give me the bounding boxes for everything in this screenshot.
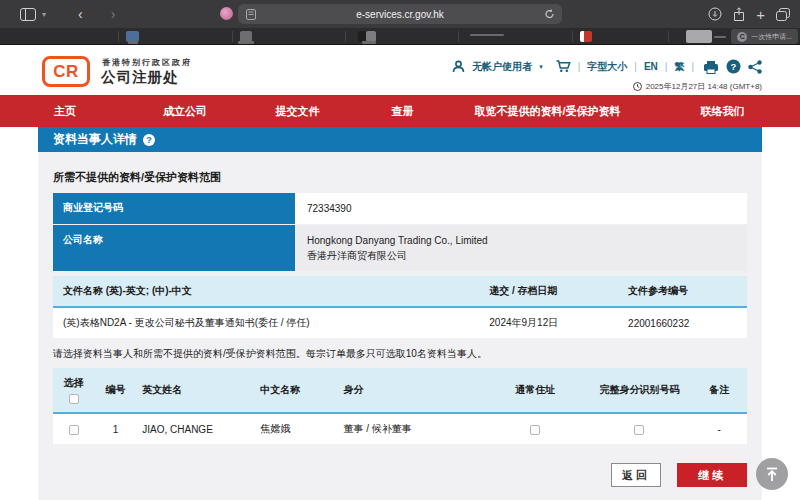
- page-icon: [246, 9, 256, 20]
- back-button-icon[interactable]: ‹: [78, 7, 83, 21]
- department-name: 公司注册处: [101, 68, 179, 87]
- doc-name-cell: (英)表格ND2A - 更改公司秘书及董事通知书(委任 / 停任): [53, 307, 483, 338]
- tab-favicon[interactable]: [580, 31, 592, 42]
- table-row: 商业登记号码 72334390: [53, 193, 747, 225]
- sidebar-toggle-icon[interactable]: [20, 8, 36, 21]
- table-row: (英)表格ND2A - 更改公司秘书及董事通知书(委任 / 停任) 2024年9…: [53, 307, 747, 338]
- row-select-checkbox[interactable]: [69, 425, 79, 435]
- font-size-link[interactable]: 字型大小: [587, 60, 627, 74]
- select-header-label: 选择: [64, 376, 84, 390]
- doc-ref-cell: 22001660232: [622, 307, 747, 338]
- select-all-checkbox[interactable]: [69, 394, 79, 404]
- new-tab-icon[interactable]: +: [756, 6, 765, 23]
- browser-toolbar: ▾ ‹ › e-services.cr.gov.hk +: [0, 0, 800, 28]
- chinese-name-cell: 焦嫦娥: [254, 413, 337, 444]
- browser-tab-strip: C 一次性申请...: [0, 28, 800, 45]
- data-subject-table: 选择 编号 英文姓名 中文名称 身分 通常住址 完整身分识别号码 备注 1 JI…: [53, 368, 747, 444]
- id-number-checkbox[interactable]: [634, 425, 644, 435]
- page-help-icon[interactable]: ?: [143, 134, 155, 146]
- brn-value: 72334390: [295, 193, 747, 224]
- select-header: 选择: [53, 368, 95, 413]
- instruction-text: 请选择资料当事人和所需不提供的资料/受保护资料范围。每宗订单最多只可选取10名资…: [53, 347, 487, 361]
- company-info-table: 商业登记号码 72334390 公司名称 Hongkong Danyang Tr…: [53, 193, 747, 272]
- capacity-header: 身分: [337, 368, 483, 413]
- chinese-name-header: 中文名称: [254, 368, 337, 413]
- timestamp: 2025年12月27日 14:48 (GMT+8): [633, 81, 762, 92]
- doc-date-header: 递交 / 存档日期: [483, 276, 622, 307]
- company-name-zh: 香港丹洋商贸有限公司: [307, 248, 735, 263]
- lang-zh-link[interactable]: 繁: [674, 60, 684, 74]
- cr-logo[interactable]: CR: [42, 56, 90, 87]
- company-name-value: Hongkong Danyang Trading Co., Limited 香港…: [295, 225, 747, 271]
- document-table: 文件名称 (英)-英文; (中)-中文 递交 / 存档日期 文件参考编号 (英)…: [53, 276, 747, 338]
- site-header: CR 香港特别行政区政府 公司注册处 无帐户使用者 ▾ | 字型大小 | EN …: [0, 45, 800, 95]
- user-icon: [452, 60, 465, 73]
- share-page-icon[interactable]: [748, 60, 762, 74]
- remarks-header: 备注: [691, 368, 747, 413]
- company-name-en: Hongkong Danyang Trading Co., Limited: [307, 233, 735, 248]
- continue-button[interactable]: 继续: [677, 463, 747, 487]
- id-number-header: 完整身分识别号码: [587, 368, 691, 413]
- address-header: 通常住址: [483, 368, 587, 413]
- print-icon[interactable]: [703, 60, 719, 74]
- english-name-cell: JIAO, CHANGE: [136, 413, 254, 444]
- row-number-cell: 1: [95, 413, 137, 444]
- doc-name-header: 文件名称 (英)-英文; (中)-中文: [53, 276, 483, 307]
- pinned-tab[interactable]: C 一次性申请...: [731, 29, 798, 44]
- government-line: 香港特别行政区政府: [102, 57, 192, 68]
- address-bar[interactable]: e-services.cr.gov.hk: [238, 4, 562, 24]
- nav-protected-info[interactable]: 取览不提供的资料/受保护资料: [450, 104, 645, 119]
- page-title: 资料当事人详情: [53, 131, 137, 148]
- nav-home[interactable]: 主页: [0, 104, 130, 119]
- section-heading: 所需不提供的资料/受保护资料范围: [53, 170, 221, 185]
- scroll-to-top-button[interactable]: [756, 458, 788, 490]
- user-menu-caret-icon[interactable]: ▾: [539, 63, 543, 71]
- share-icon[interactable]: [733, 7, 745, 21]
- downloads-icon[interactable]: [708, 7, 722, 21]
- back-button[interactable]: 返回: [611, 463, 661, 487]
- doc-ref-header: 文件参考编号: [622, 276, 747, 307]
- lang-en-link[interactable]: EN: [644, 61, 658, 72]
- clock-icon: [633, 82, 642, 91]
- url-text: e-services.cr.gov.hk: [356, 9, 444, 20]
- table-row: 1 JIAO, CHANGE 焦嫦娥 董事 / 候补董事 -: [53, 413, 747, 444]
- number-header: 编号: [95, 368, 137, 413]
- nav-incorporation[interactable]: 成立公司: [130, 104, 240, 119]
- table-header-row: 选择 编号 英文姓名 中文名称 身分 通常住址 完整身分识别号码 备注: [53, 368, 747, 413]
- reload-icon[interactable]: [544, 8, 555, 20]
- timestamp-text: 2025年12月27日 14:48 (GMT+8): [646, 81, 762, 92]
- pinned-tab-label: 一次性申请...: [751, 32, 792, 42]
- tab-overview-icon[interactable]: [776, 8, 790, 21]
- page-title-bar: 资料当事人详情 ?: [38, 127, 762, 152]
- nav-search[interactable]: 查册: [355, 104, 450, 119]
- help-icon[interactable]: ?: [726, 59, 741, 74]
- extension-icon[interactable]: [220, 7, 233, 20]
- svg-text:?: ?: [731, 61, 737, 72]
- table-header-row: 文件名称 (英)-英文; (中)-中文 递交 / 存档日期 文件参考编号: [53, 276, 747, 307]
- sidebar-chevron-icon[interactable]: ▾: [42, 10, 46, 19]
- user-menu[interactable]: 无帐户使用者: [472, 60, 532, 74]
- brn-label: 商业登记号码: [53, 193, 295, 224]
- forward-button-icon[interactable]: ›: [111, 7, 116, 21]
- table-row: 公司名称 Hongkong Danyang Trading Co., Limit…: [53, 225, 747, 272]
- nav-contact[interactable]: 联络我们: [645, 104, 800, 119]
- company-name-label: 公司名称: [53, 225, 295, 271]
- pinned-tab-favicon: C: [737, 32, 747, 42]
- doc-date-cell: 2024年9月12日: [483, 307, 622, 338]
- main-nav: 主页 成立公司 提交文件 查册 取览不提供的资料/受保护资料 联络我们: [0, 95, 800, 127]
- address-checkbox[interactable]: [530, 425, 540, 435]
- tab-favicon[interactable]: [686, 30, 712, 43]
- remarks-cell: -: [691, 413, 747, 444]
- cart-icon[interactable]: [556, 60, 571, 73]
- capacity-cell: 董事 / 候补董事: [337, 413, 483, 444]
- english-name-header: 英文姓名: [136, 368, 254, 413]
- nav-filing[interactable]: 提交文件: [240, 104, 355, 119]
- content-panel: 资料当事人详情 ? 所需不提供的资料/受保护资料范围 商业登记号码 723343…: [38, 127, 762, 500]
